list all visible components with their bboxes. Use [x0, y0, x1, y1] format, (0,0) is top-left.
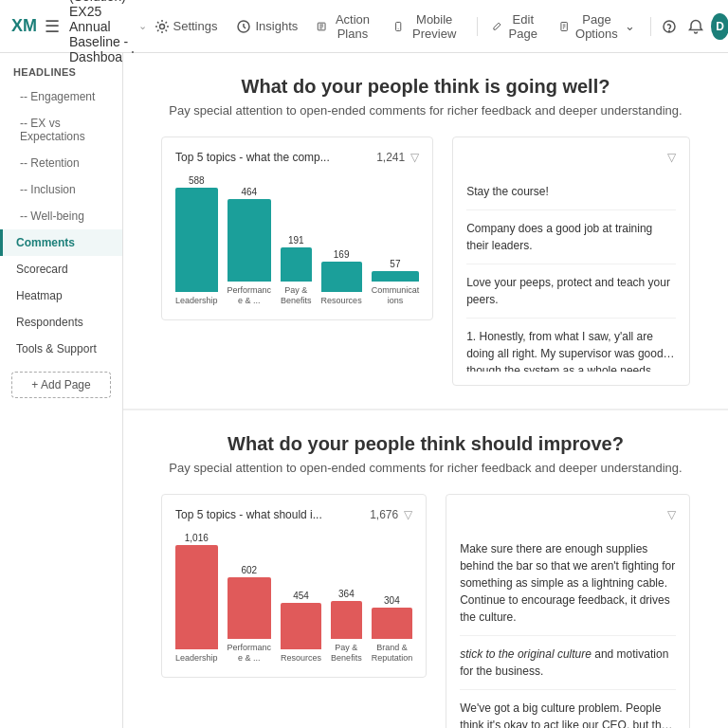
- settings-label: Settings: [173, 19, 218, 33]
- section1-bar-chart: 588 Leadership 464 Performanc e & ... 19…: [175, 173, 419, 306]
- page-options-caret: ⌄: [625, 19, 635, 33]
- topbar-actions: Settings Insights Action Plans Mobile Pr…: [147, 7, 729, 46]
- bar-label-3: Pay & Benefits: [281, 285, 312, 306]
- sidebar-section-title: Headlines: [0, 53, 122, 83]
- page-options-label: Page Options: [573, 12, 621, 41]
- mobile-preview-button[interactable]: Mobile Preview: [386, 7, 468, 46]
- sidebar: Headlines -- Engagement -- EX vs Expecta…: [0, 53, 123, 728]
- section2-chart-count: 1,676: [370, 508, 398, 521]
- bar-value-3: 191: [288, 235, 304, 246]
- comment-item: We've got a big culture problem. People …: [460, 690, 676, 728]
- bar-3: [281, 247, 312, 282]
- section1-chart-label: Top 5 topics - what the comp...: [175, 151, 330, 164]
- add-page-button[interactable]: + Add Page: [11, 372, 111, 398]
- section2-bar-chart: 1,016 Leadership 602 Performanc e & ... …: [175, 531, 412, 664]
- sidebar-item-ex-vs-expectations[interactable]: -- EX vs Expectations: [0, 110, 122, 150]
- bar-1: [175, 188, 218, 292]
- bar-group-performance-1: 464 Performanc e & ...: [228, 187, 272, 306]
- svg-rect-3: [396, 22, 401, 30]
- action-plans-button[interactable]: Action Plans: [309, 7, 382, 46]
- help-button[interactable]: [658, 15, 681, 38]
- bar-s2-2: [228, 577, 272, 639]
- bar-5: [372, 271, 420, 282]
- bar-value-s2-5: 304: [384, 595, 400, 606]
- section2-filter-icon[interactable]: ▽: [404, 508, 412, 521]
- bar-label-s2-3: Resources: [281, 653, 321, 664]
- sidebar-item-inclusion[interactable]: -- Inclusion: [0, 176, 122, 203]
- section2-title: What do your people think should improve…: [161, 433, 690, 455]
- topbar: XM ☰ (Solution) EX25 Annual Baseline - D…: [0, 0, 728, 53]
- bar-group-pay-2: 364 Pay & Benefits: [331, 589, 362, 664]
- insights-button[interactable]: Insights: [228, 13, 305, 40]
- section1-chart-title: Top 5 topics - what the comp... 1,241 ▽: [175, 151, 419, 164]
- bar-group-leadership-1: 588 Leadership: [175, 175, 218, 306]
- edit-page-button[interactable]: Edit Page: [484, 7, 547, 46]
- insights-label: Insights: [255, 19, 298, 33]
- page-options-button[interactable]: Page Options ⌄: [552, 7, 643, 46]
- section2-chart-title: Top 5 topics - what should i... 1,676 ▽: [175, 508, 412, 521]
- sidebar-item-scorecard[interactable]: Scorecard: [0, 256, 122, 282]
- main-inner: What do your people think is going well?…: [123, 53, 728, 728]
- section-going-well: What do your people think is going well?…: [123, 53, 728, 410]
- bar-label-s2-5: Brand & Reputation: [372, 643, 413, 664]
- bar-value-s2-2: 602: [241, 565, 257, 575]
- bar-label-s2-2: Performanc e & ...: [228, 643, 272, 664]
- notifications-button[interactable]: [684, 15, 707, 38]
- hamburger-icon[interactable]: ☰: [45, 16, 60, 37]
- settings-button[interactable]: Settings: [147, 13, 226, 40]
- topbar-divider: [477, 17, 478, 36]
- bar-value-5: 57: [390, 259, 400, 269]
- settings-icon: [155, 19, 170, 34]
- section1-title: What do your people think is going well?: [161, 76, 690, 98]
- section1-subtitle: Pay special attention to open-ended comm…: [161, 103, 690, 118]
- bar-s2-4: [331, 601, 362, 639]
- section1-comments-filter-icon[interactable]: ▽: [667, 151, 676, 164]
- bar-label-s2-1: Leadership: [175, 653, 218, 664]
- mobile-icon: [393, 19, 403, 34]
- comment-item: Company does a good job at training thei…: [466, 210, 676, 264]
- topbar-divider-2: [650, 17, 651, 36]
- sidebar-item-retention[interactable]: -- Retention: [0, 150, 122, 176]
- mobile-preview-label: Mobile Preview: [408, 12, 462, 41]
- bar-value-s2-4: 364: [338, 589, 355, 599]
- bell-icon: [688, 19, 703, 34]
- sidebar-item-comments[interactable]: Comments: [0, 229, 122, 256]
- bar-group-brand-2: 304 Brand & Reputation: [372, 595, 413, 664]
- bar-label-5: Communicat ions: [372, 285, 420, 306]
- bar-group-resources-2: 454 Resources: [281, 591, 321, 664]
- edit-icon: [492, 19, 501, 34]
- svg-point-7: [669, 30, 670, 31]
- avatar[interactable]: D: [711, 13, 728, 40]
- section2-comments-filter-icon[interactable]: ▽: [667, 508, 676, 521]
- comment-item: Make sure there are enough supplies behi…: [460, 531, 676, 636]
- comment-item: stick to the original culture and motiva…: [460, 636, 676, 690]
- section1-filter-icon[interactable]: ▽: [410, 151, 419, 164]
- section-should-improve: What do your people think should improve…: [123, 410, 728, 728]
- sidebar-item-engagement[interactable]: -- Engagement: [0, 83, 122, 110]
- sidebar-item-tools-support[interactable]: Tools & Support: [0, 336, 122, 362]
- section2-chart-label: Top 5 topics - what should i...: [175, 508, 322, 521]
- action-plans-icon: [317, 19, 326, 34]
- bar-s2-3: [281, 603, 321, 649]
- section2-comments-panel: ▽ Make sure there are enough supplies be…: [446, 494, 690, 728]
- page-icon: [559, 19, 569, 34]
- bar-label-1: Leadership: [175, 296, 218, 306]
- bar-4: [321, 262, 362, 292]
- comment-item: Love your peeps, protect and teach your …: [466, 264, 676, 318]
- bar-group-pay-1: 191 Pay & Benefits: [281, 235, 312, 306]
- xm-logo: XM: [11, 16, 37, 36]
- bar-group-leadership-2: 1,016 Leadership: [175, 533, 218, 664]
- bar-label-4: Resources: [321, 296, 362, 306]
- bar-2: [228, 199, 272, 282]
- sidebar-item-heatmap[interactable]: Heatmap: [0, 282, 122, 309]
- bar-value-1: 588: [189, 175, 205, 186]
- sidebar-item-respondents[interactable]: Respondents: [0, 309, 122, 336]
- action-plans-label: Action Plans: [331, 12, 375, 41]
- svg-point-0: [159, 24, 164, 28]
- sidebar-item-well-being[interactable]: -- Well-being: [0, 203, 122, 229]
- section1-comments-panel: ▽ Stay the course! Company does a good j…: [452, 136, 690, 386]
- bar-label-s2-4: Pay & Benefits: [331, 643, 362, 664]
- section1-chart-count: 1,241: [376, 151, 405, 164]
- main-content: What do your people think is going well?…: [123, 53, 728, 728]
- section2-comments-header: ▽: [460, 508, 676, 521]
